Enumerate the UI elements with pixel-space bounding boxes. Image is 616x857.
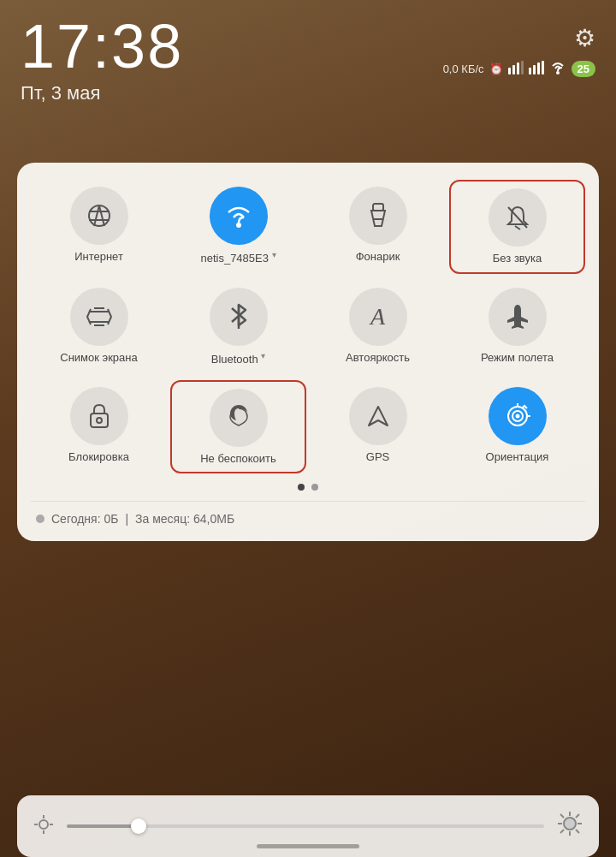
- svg-rect-5: [533, 65, 536, 74]
- lock-icon-circle: [70, 387, 128, 445]
- panel-divider: [31, 501, 585, 502]
- quick-tiles-grid: Интернет netis_7485E3 ▾: [31, 180, 585, 473]
- svg-rect-1: [512, 65, 515, 74]
- tile-rotation[interactable]: Ориентация: [449, 380, 585, 474]
- svg-line-41: [560, 814, 564, 818]
- data-divider: |: [125, 512, 128, 526]
- screenshot-label: Снимок экрана: [60, 351, 138, 365]
- time-block: 17:38 Пт, 3 мая: [21, 15, 183, 104]
- screenshot-icon-circle: [70, 288, 128, 346]
- svg-line-10: [99, 205, 104, 226]
- tile-internet[interactable]: Интернет: [31, 180, 167, 274]
- rotation-icon-circle: [489, 387, 547, 445]
- brightness-min-icon: [34, 815, 53, 838]
- svg-point-36: [564, 818, 576, 830]
- airplane-label: Режим полета: [481, 351, 554, 365]
- tile-silent[interactable]: Без звука: [449, 180, 585, 274]
- svg-rect-7: [542, 61, 544, 74]
- tile-gps[interactable]: GPS: [310, 380, 446, 474]
- tile-airplane[interactable]: Режим полета: [449, 281, 585, 373]
- svg-point-26: [97, 418, 102, 423]
- svg-rect-6: [537, 62, 540, 74]
- auto-brightness-label: Автояркость: [346, 351, 410, 365]
- svg-rect-4: [529, 68, 531, 74]
- data-usage-row: Сегодня: 0Б | За месяц: 64,0МБ: [31, 510, 585, 527]
- svg-rect-3: [521, 61, 524, 74]
- data-dot-icon: [36, 515, 44, 523]
- status-icons: 0,0 КБ/с ⏰: [443, 61, 595, 77]
- bluetooth-label: Bluetooth ▾: [211, 351, 266, 366]
- lock-label: Блокировка: [68, 450, 129, 464]
- internet-label: Интернет: [74, 250, 123, 264]
- data-month: За месяц: 64,0МБ: [135, 512, 234, 526]
- bottom-handle: [257, 844, 359, 848]
- svg-rect-25: [91, 414, 108, 427]
- status-bar: 17:38 Пт, 3 мая ⚙ 0,0 КБ/с ⏰: [0, 0, 616, 104]
- svg-point-8: [556, 71, 560, 74]
- silent-icon-circle: [489, 188, 547, 247]
- rotation-label: Ориентация: [486, 450, 549, 464]
- tile-bluetooth[interactable]: Bluetooth ▾: [170, 281, 306, 373]
- svg-rect-0: [508, 68, 511, 74]
- dot-2: [311, 484, 318, 491]
- tile-auto-brightness[interactable]: A Автояркость: [310, 281, 446, 373]
- gear-icon[interactable]: ⚙: [574, 24, 595, 52]
- wifi-status-icon: [549, 61, 566, 77]
- svg-point-31: [39, 820, 48, 829]
- tile-dnd[interactable]: Не беспокоить: [170, 380, 306, 474]
- svg-rect-15: [373, 204, 383, 211]
- wifi-label: netis_7485E3 ▾: [200, 250, 275, 265]
- brightness-max-icon: [558, 812, 582, 842]
- svg-line-9: [94, 205, 99, 226]
- bluetooth-icon-circle: [210, 288, 268, 346]
- wifi-icon-circle: [210, 187, 268, 245]
- svg-line-43: [576, 814, 579, 818]
- svg-line-42: [576, 830, 579, 833]
- tile-lock[interactable]: Блокировка: [31, 380, 167, 474]
- tile-screenshot[interactable]: Снимок экрана: [31, 281, 167, 373]
- svg-line-44: [560, 830, 564, 833]
- pagination-dots: [31, 484, 585, 491]
- svg-line-18: [515, 226, 520, 229]
- tile-wifi[interactable]: netis_7485E3 ▾: [170, 180, 306, 274]
- date: Пт, 3 мая: [21, 82, 183, 104]
- dnd-label: Не беспокоить: [200, 452, 276, 466]
- brightness-slider[interactable]: [67, 824, 544, 828]
- airplane-icon-circle: [489, 288, 547, 346]
- flashlight-label: Фонарик: [356, 250, 400, 264]
- brightness-fill: [67, 824, 139, 828]
- flashlight-icon-circle: [349, 187, 407, 245]
- silent-label: Без звука: [493, 252, 542, 265]
- data-today: Сегодня: 0Б: [51, 512, 118, 526]
- battery-indicator: 25: [572, 61, 595, 77]
- top-right: ⚙ 0,0 КБ/с ⏰: [443, 15, 595, 77]
- clock: 17:38: [21, 15, 183, 77]
- svg-rect-2: [517, 62, 519, 74]
- data-speed: 0,0 КБ/с: [443, 62, 484, 75]
- signal-icon1: [508, 61, 524, 77]
- signal-icon2: [529, 61, 544, 77]
- alarm-icon: ⏰: [489, 62, 503, 75]
- svg-point-14: [236, 223, 241, 228]
- svg-point-30: [515, 414, 519, 418]
- svg-marker-27: [369, 407, 388, 426]
- internet-icon-circle: [70, 187, 128, 245]
- tile-flashlight[interactable]: Фонарик: [310, 180, 446, 274]
- brightness-thumb[interactable]: [131, 818, 146, 834]
- dot-1: [298, 484, 305, 491]
- gps-label: GPS: [366, 450, 389, 464]
- auto-brightness-icon-circle: A: [349, 288, 407, 346]
- gps-icon-circle: [349, 387, 407, 445]
- dnd-icon-circle: [210, 389, 268, 447]
- quick-settings-panel: Интернет netis_7485E3 ▾: [17, 163, 599, 541]
